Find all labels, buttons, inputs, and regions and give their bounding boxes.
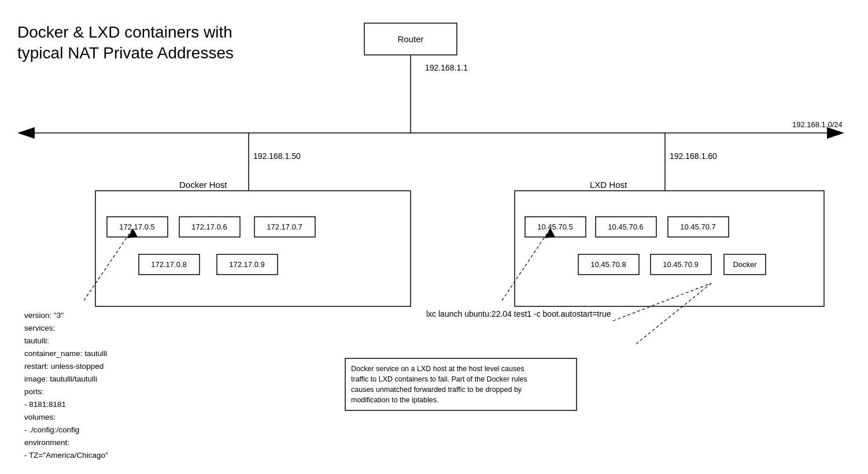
- docker-note-line1: Docker service on a LXD host at the host…: [351, 365, 524, 373]
- yaml-line5: restart: unless-stopped: [24, 362, 104, 371]
- docker-c2: 172.17.0.6: [191, 223, 227, 231]
- svg-rect-16: [515, 191, 824, 306]
- yaml-line2: services:: [24, 324, 55, 332]
- docker-host-ip: 192.168.1.50: [253, 151, 301, 161]
- yaml-line1: version: "3": [24, 311, 64, 320]
- network-label: 192.168.1.0/24: [792, 120, 843, 129]
- router-label: Router: [397, 34, 423, 44]
- lxd-c3: 10.45.70.7: [680, 223, 715, 231]
- lxd-docker: Docker: [733, 260, 757, 269]
- yaml-line6: image: tautulli/tautulli: [24, 375, 97, 383]
- docker-c3: 172.17.0.7: [267, 223, 302, 231]
- svg-rect-7: [95, 191, 411, 306]
- svg-marker-5: [827, 127, 844, 139]
- lxd-c1: 10.45.70.5: [537, 223, 572, 231]
- lxd-c2: 10.45.70.6: [608, 223, 643, 231]
- yaml-line4: container_name: tautulli: [24, 349, 107, 358]
- router-ip: 192.168.1.1: [425, 63, 468, 72]
- lxd-host-ip: 192.168.1.60: [670, 151, 717, 161]
- yaml-line8: - 8181:8181: [24, 400, 66, 409]
- svg-marker-3: [17, 127, 35, 139]
- yaml-line10: - ./config:/config: [24, 425, 79, 434]
- yaml-line3: tautulli:: [24, 336, 49, 345]
- yaml-line7: ports:: [24, 387, 44, 396]
- yaml-line9: volumes:: [24, 413, 56, 421]
- yaml-line11: environment:: [24, 438, 69, 447]
- docker-note-line3: causes unmatched forwarded traffic to be…: [351, 386, 522, 394]
- lxd-c5: 10.45.70.9: [663, 260, 698, 269]
- docker-note-line4: modification to the iptables.: [351, 396, 438, 404]
- diagram: Router 192.168.1.1 192.168.1.0/24 192.16…: [0, 0, 868, 474]
- docker-note-line2: traffic to LXD containers to fail. Part …: [351, 375, 527, 383]
- docker-c5: 172.17.0.9: [229, 260, 264, 269]
- lxd-host-label: LXD Host: [590, 180, 627, 190]
- lxc-command: lxc launch ubuntu:22.04 test1 -c boot.au…: [426, 309, 611, 319]
- yaml-line12: - TZ="America/Chicago": [24, 451, 108, 460]
- docker-c4: 172.17.0.8: [151, 260, 186, 269]
- docker-host-label: Docker Host: [179, 180, 227, 190]
- docker-c1: 172.17.0.5: [119, 223, 154, 231]
- lxd-c4: 10.45.70.8: [590, 260, 626, 269]
